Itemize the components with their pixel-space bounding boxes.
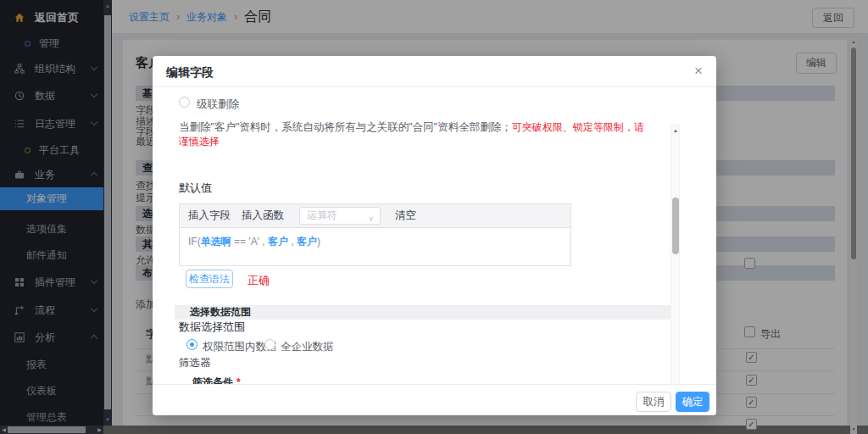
scope-range-label: 数据选择范围 xyxy=(179,320,245,335)
scope-section-header: 选择数据范围 xyxy=(175,305,670,320)
filter-condition-text: 筛选条件 xyxy=(192,376,233,384)
confirm-button[interactable]: 确定 xyxy=(676,392,709,412)
radio-permission-scope[interactable] xyxy=(186,339,198,350)
operator-placeholder: 运算符 xyxy=(307,209,337,221)
formula-token: , xyxy=(259,236,268,248)
modal-title: 编辑字段 xyxy=(166,65,214,81)
radio-cascade-label: 级联删除 xyxy=(197,97,239,112)
insert-function-button[interactable]: 插入函数 xyxy=(242,209,284,223)
formula-token: ) xyxy=(317,236,320,248)
filter-condition-label: 筛选条件* xyxy=(192,376,241,384)
insert-field-button[interactable]: 插入字段 xyxy=(188,209,231,223)
warning-text: 当删除"客户"资料时，系统自动将所有与之关联的"合同"资料全部删除； xyxy=(179,121,512,133)
formula-input[interactable]: IF(单选啊 == 'A' , 客户 , 客户) xyxy=(179,228,571,266)
edit-field-modal: 编辑字段 × 级联删除 当删除"客户"资料时，系统自动将所有与之关联的"合同"资… xyxy=(153,56,716,415)
radio-all-company[interactable] xyxy=(264,339,275,350)
radio-cascade-delete[interactable] xyxy=(179,97,190,108)
check-syntax-button[interactable]: 检查语法 xyxy=(186,270,233,288)
operator-select[interactable]: 运算符 ∨ xyxy=(299,207,381,225)
required-mark: * xyxy=(236,376,241,384)
modal-scrollbar[interactable]: ▲ ▼ xyxy=(670,125,680,384)
scroll-up-icon[interactable]: ▲ xyxy=(671,126,680,135)
caret-down-icon: ∨ xyxy=(368,211,374,227)
close-icon[interactable]: × xyxy=(694,63,703,80)
formula-toolbar: 插入字段 插入函数 运算符 ∨ 清空 xyxy=(179,203,571,228)
formula-editor: 插入字段 插入函数 运算符 ∨ 清空 IF(单选啊 == 'A' , 客户 , … xyxy=(179,203,571,322)
formula-token: IF( xyxy=(188,236,201,248)
formula-field-token: 客户 xyxy=(268,236,288,248)
clear-button[interactable]: 清空 xyxy=(395,209,416,223)
filter-label: 筛选器 xyxy=(179,356,211,370)
default-value-label: 默认值 xyxy=(179,181,212,196)
syntax-result-text: 正确 xyxy=(248,273,270,288)
modal-scrollbar-thumb[interactable] xyxy=(672,198,679,254)
cancel-button[interactable]: 取消 xyxy=(636,392,671,412)
modal-footer: 取消 确定 xyxy=(153,384,716,415)
formula-token: == 'A' xyxy=(234,236,259,248)
formula-field-token: 单选啊 xyxy=(201,236,231,248)
cascade-warning: 当删除"客户"资料时，系统自动将所有与之关联的"合同"资料全部删除；可突破权限、… xyxy=(179,120,654,149)
formula-token: , xyxy=(288,236,297,248)
app-window: 返回首页 管理 组织结构 数据 日志管理 平台工具 业务 xyxy=(0,0,868,434)
formula-field-token: 客户 xyxy=(297,236,317,248)
modal-body: 级联删除 当删除"客户"资料时，系统自动将所有与之关联的"合同"资料全部删除；可… xyxy=(153,87,716,384)
radio-all-company-label[interactable]: 全企业数据 xyxy=(281,340,334,354)
modal-header: 编辑字段 × xyxy=(153,56,716,87)
